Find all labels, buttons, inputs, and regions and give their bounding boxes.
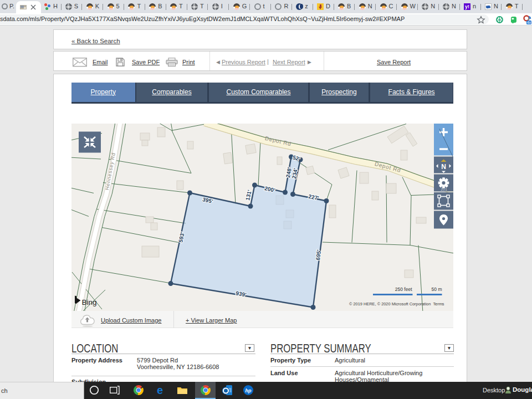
svg-text:250 feet: 250 feet	[395, 287, 412, 292]
svg-text:N: N	[441, 162, 446, 170]
svg-text:© 2019 HERE, © 2020 Microsoft: © 2019 HERE, © 2020 Microsoft Corporatio…	[349, 301, 444, 306]
svg-text:201: 201	[441, 187, 447, 191]
svg-text:50 m: 50 m	[432, 287, 442, 292]
svg-text:695': 695'	[315, 249, 322, 260]
svg-text:e: e	[157, 385, 163, 396]
svg-text:4x: 4x	[527, 21, 531, 24]
svg-text:Bing: Bing	[82, 298, 97, 306]
svg-text:hp: hp	[245, 388, 252, 393]
